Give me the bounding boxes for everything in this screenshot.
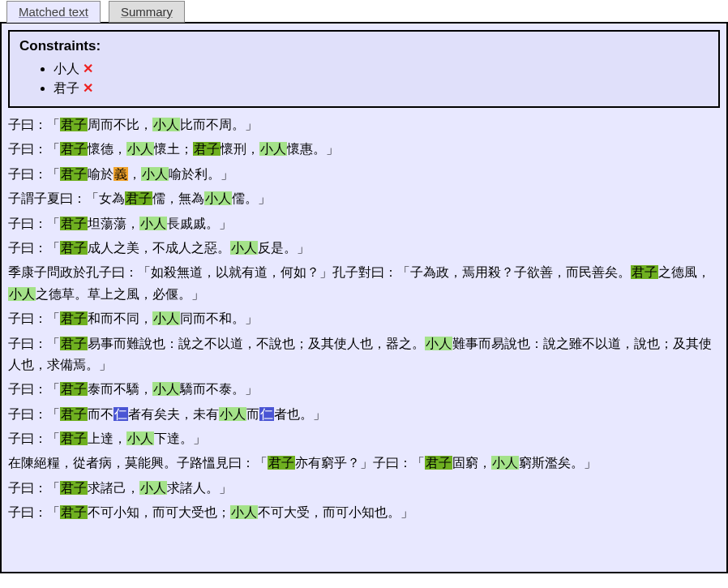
highlight-xiaoren[interactable]: 小人 — [425, 337, 452, 350]
result-line: 子曰：「君子而不仁者有矣夫，未有小人而仁者也。」 — [8, 404, 720, 425]
result-line: 子曰：「君子喻於義，小人喻於利。」 — [8, 164, 720, 185]
highlight-xiaoren[interactable]: 小人 — [491, 456, 519, 470]
highlight-xiaoren[interactable]: 小人 — [204, 191, 232, 205]
highlight-ren[interactable]: 仁 — [259, 407, 274, 421]
highlight-xiaoren[interactable]: 小人 — [219, 407, 246, 421]
tab-matched-text[interactable]: Matched text — [6, 1, 101, 23]
result-line: 子曰：「君子易事而難說也：說之不以道，不說也；及其使人也，器之。小人難事而易說也… — [8, 333, 720, 376]
tab-bar: Matched text Summary — [0, 0, 728, 22]
highlight-xiaoren[interactable]: 小人 — [139, 217, 167, 230]
result-line: 子曰：「君子懷德，小人懷土；君子懷刑，小人懷惠。」 — [8, 139, 720, 160]
content-panel: Constraints: 小人✕君子✕ 子曰：「君子周而不比，小人比而不周。」子… — [0, 22, 728, 573]
highlight-junzi[interactable]: 君子 — [60, 505, 88, 519]
result-line: 子謂子夏曰：「女為君子儒，無為小人儒。」 — [8, 188, 720, 209]
highlight-junzi[interactable]: 君子 — [60, 431, 88, 445]
highlight-xiaoren[interactable]: 小人 — [141, 167, 169, 181]
highlight-xiaoren[interactable]: 小人 — [230, 241, 258, 255]
highlight-xiaoren[interactable]: 小人 — [126, 431, 154, 445]
highlight-junzi[interactable]: 君子 — [60, 481, 88, 495]
constraints-list: 小人✕君子✕ — [19, 59, 709, 98]
results-container: 子曰：「君子周而不比，小人比而不周。」子曰：「君子懷德，小人懷土；君子懷刑，小人… — [8, 114, 720, 524]
result-line: 季康子問政於孔子曰：「如殺無道，以就有道，何如？」孔子對曰：「子為政，焉用殺？子… — [8, 262, 720, 305]
highlight-xiaoren[interactable]: 小人 — [152, 118, 180, 131]
highlight-junzi[interactable]: 君子 — [60, 382, 88, 396]
highlight-junzi[interactable]: 君子 — [60, 167, 88, 181]
highlight-junzi[interactable]: 君子 — [60, 337, 88, 350]
result-line: 子曰：「君子成人之美，不成人之惡。小人反是。」 — [8, 238, 720, 259]
constraint-term: 君子 — [54, 81, 79, 95]
highlight-junzi[interactable]: 君子 — [60, 118, 88, 131]
highlight-yi[interactable]: 義 — [113, 167, 128, 181]
highlight-xiaoren[interactable]: 小人 — [152, 382, 180, 396]
highlight-xiaoren[interactable]: 小人 — [126, 142, 154, 156]
constraint-item: 君子✕ — [54, 79, 709, 98]
highlight-junzi[interactable]: 君子 — [425, 456, 452, 470]
highlight-junzi[interactable]: 君子 — [60, 407, 88, 421]
result-line: 在陳絕糧，從者病，莫能興。子路慍見曰：「君子亦有窮乎？」子曰：「君子固窮，小人窮… — [8, 453, 720, 474]
tab-summary[interactable]: Summary — [109, 1, 185, 23]
highlight-junzi[interactable]: 君子 — [60, 241, 88, 255]
highlight-junzi[interactable]: 君子 — [631, 265, 658, 279]
highlight-xiaoren[interactable]: 小人 — [152, 311, 180, 325]
highlight-junzi[interactable]: 君子 — [268, 456, 295, 470]
result-line: 子曰：「君子周而不比，小人比而不周。」 — [8, 114, 720, 135]
constraint-term: 小人 — [54, 62, 79, 75]
highlight-xiaoren[interactable]: 小人 — [230, 505, 258, 519]
result-line: 子曰：「君子不可小知，而可大受也；小人不可大受，而可小知也。」 — [8, 502, 720, 523]
highlight-junzi[interactable]: 君子 — [193, 142, 221, 156]
highlight-junzi[interactable]: 君子 — [60, 217, 88, 230]
constraints-box: Constraints: 小人✕君子✕ — [8, 30, 720, 108]
highlight-ren[interactable]: 仁 — [113, 407, 128, 421]
result-line: 子曰：「君子上達，小人下達。」 — [8, 428, 720, 449]
remove-constraint-icon[interactable]: ✕ — [83, 62, 93, 75]
highlight-junzi[interactable]: 君子 — [60, 311, 88, 325]
highlight-junzi[interactable]: 君子 — [60, 142, 88, 156]
highlight-junzi[interactable]: 君子 — [125, 191, 152, 205]
result-line: 子曰：「君子坦蕩蕩，小人長戚戚。」 — [8, 213, 720, 234]
constraints-title: Constraints: — [19, 38, 709, 54]
result-line: 子曰：「君子泰而不驕，小人驕而不泰。」 — [8, 379, 720, 400]
result-line: 子曰：「君子求諸己，小人求諸人。」 — [8, 478, 720, 499]
result-line: 子曰：「君子和而不同，小人同而不和。」 — [8, 308, 720, 329]
constraint-item: 小人✕ — [54, 59, 709, 79]
highlight-xiaoren[interactable]: 小人 — [259, 142, 287, 156]
highlight-xiaoren[interactable]: 小人 — [139, 481, 167, 495]
highlight-xiaoren[interactable]: 小人 — [8, 287, 36, 301]
remove-constraint-icon[interactable]: ✕ — [83, 81, 93, 95]
